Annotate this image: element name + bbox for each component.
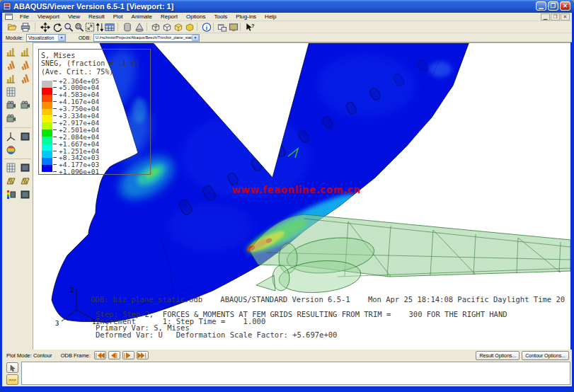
abaqus-viewer-window: ABAQUS/Viewer Version 6.5-1 [Viewport: 1…	[0, 0, 574, 392]
plot-xy-button[interactable]	[18, 72, 32, 84]
state-line: Deformed Var: U Deformation Scale Factor…	[96, 332, 507, 339]
plot-material-orientation-button[interactable]	[4, 72, 18, 84]
color-code-tool-button[interactable]	[4, 144, 18, 156]
legend-swatch	[42, 81, 52, 88]
query-cursor-button[interactable]	[6, 362, 18, 373]
command-line-button[interactable]: >>>	[6, 374, 18, 385]
legend-swatch	[42, 116, 52, 123]
odb-title-line: ODB: biz_plane_static.odb ABAQUS/STANDAR…	[91, 295, 565, 304]
toolbar-separator	[117, 23, 118, 31]
beam-profiles-icon[interactable]	[121, 22, 134, 33]
menu-animate[interactable]: Animate	[127, 13, 156, 21]
animate-scale-factor-button[interactable]	[18, 99, 32, 111]
mouse-pointer-icon	[9, 364, 16, 371]
mdi-restore-button[interactable]: ❐	[551, 13, 560, 21]
window-title: ABAQUS/Viewer Version 6.5-1 [Viewport: 1…	[13, 2, 173, 11]
svg-text:?: ?	[251, 23, 255, 29]
plot-symbols-button[interactable]	[18, 59, 32, 71]
legend-title-line: SNEG, (fraction = -1.0)	[41, 59, 139, 67]
plot-deformed-button[interactable]	[18, 45, 32, 57]
maximize-button[interactable]: ❐	[548, 1, 558, 11]
path-tool-button[interactable]	[4, 175, 18, 187]
module-label: Module:	[6, 35, 23, 40]
next-frame-button[interactable]	[122, 351, 134, 359]
object-display-tool-button[interactable]	[18, 161, 32, 173]
menu-viewport[interactable]: Viewport	[33, 13, 64, 21]
print-icon[interactable]	[19, 22, 32, 33]
viewport-canvas[interactable]: 2 3 1 S, MisesSNEG, (fraction = -1.0)(Av…	[33, 42, 570, 350]
menu-view[interactable]: View	[64, 13, 84, 21]
query-info-icon[interactable]: i	[200, 22, 213, 33]
last-frame-button[interactable]	[137, 351, 149, 359]
toolbar-separator	[240, 23, 241, 31]
toolbar-separator	[213, 23, 214, 31]
animate-harmonic-button[interactable]	[4, 113, 18, 125]
viewport-grid-tool-button[interactable]	[4, 161, 18, 173]
open-odb-icon[interactable]	[6, 22, 18, 33]
legend-swatch	[42, 137, 52, 144]
field-output-table-button[interactable]	[4, 86, 18, 98]
message-text-box[interactable]	[21, 362, 570, 385]
animate-time-history-button[interactable]	[4, 99, 18, 111]
menu-options[interactable]: Options	[182, 13, 210, 21]
menu-plugins[interactable]: Plug-ins	[231, 13, 260, 21]
main-toolbar: i?	[2, 21, 572, 33]
menu-file[interactable]: File	[16, 13, 33, 21]
legend-swatch	[42, 88, 52, 95]
prompt-bar: Plot Mode: Contour ODB Frame: Result Opt…	[2, 350, 572, 361]
context-bar: Module: Visualization ▼ ODB: U:/rschmitz…	[2, 33, 572, 42]
legend-swatch	[42, 102, 52, 109]
menu-bar: FileViewportViewResultPlotAnimateReportO…	[2, 13, 572, 21]
odb-frame-label: ODB Frame:	[61, 352, 91, 359]
options-box-tool-button[interactable]	[18, 188, 32, 200]
display-groups-tool-button[interactable]	[18, 130, 32, 142]
toolbar-separator	[35, 23, 35, 31]
mdi-close-button[interactable]: ✕	[561, 13, 570, 21]
odb-combo[interactable]: U:/rschmitz/Projects/Abaqus/Beech/Trim/b…	[93, 34, 200, 42]
legend-swatch	[42, 144, 52, 151]
odb-combo-value: U:/rschmitz/Projects/Abaqus/Beech/Trim/b…	[94, 35, 192, 40]
state-block: Step: Step-2, FORCES & MOMENTS AT FEM GR…	[96, 311, 507, 339]
previous-frame-button[interactable]	[108, 351, 120, 359]
spectrum-tool-button[interactable]	[4, 188, 18, 200]
result-options-button[interactable]: Result Options...	[476, 351, 520, 360]
plot-contour-button[interactable]	[4, 59, 18, 71]
legend-swatch	[42, 109, 52, 116]
menu-plot[interactable]: Plot	[109, 13, 127, 21]
toolbox-separator	[4, 127, 31, 128]
menu-result[interactable]: Result	[84, 13, 109, 21]
views-toolbox-icon[interactable]	[103, 22, 116, 33]
legend-swatch	[42, 129, 52, 137]
plot-mode-label: Plot Mode: Contour	[6, 352, 52, 359]
chevron-down-icon[interactable]: ▼	[58, 35, 65, 41]
viewport-document-icon	[5, 13, 13, 21]
menu-report[interactable]: Report	[156, 13, 182, 21]
section-cones-icon[interactable]	[133, 22, 146, 33]
close-button[interactable]: ✕	[560, 1, 570, 11]
legend-value: +1.096e+01	[53, 168, 99, 175]
first-frame-button[interactable]	[94, 351, 106, 359]
menu-tools[interactable]: Tools	[210, 13, 232, 21]
mdi-minimize-button[interactable]: ▁	[541, 13, 550, 21]
pan-view-icon[interactable]	[39, 22, 52, 33]
toolbox-separator	[4, 158, 31, 159]
svg-text:2: 2	[70, 287, 74, 294]
legend-swatch	[42, 122, 52, 129]
menu-help[interactable]: Help	[260, 13, 280, 21]
legend-swatch	[42, 95, 52, 102]
filled-render-icon[interactable]	[183, 22, 196, 33]
stream-map-tool-button[interactable]	[18, 175, 32, 187]
module-combo-value: Visualization	[27, 35, 58, 40]
minimize-button[interactable]: ▁	[536, 1, 546, 11]
chevron-down-icon[interactable]: ▼	[192, 35, 199, 41]
green-wing-model	[249, 214, 570, 296]
title-bar[interactable]: ABAQUS/Viewer Version 6.5-1 [Viewport: 1…	[0, 0, 574, 13]
view-triad-tool-button[interactable]	[4, 130, 18, 142]
plot-undeformed-button[interactable]	[4, 45, 18, 57]
context-help-icon[interactable]: ?	[243, 22, 256, 33]
toolbar-separator	[147, 23, 147, 31]
contour-options-button[interactable]: Contour Options...	[522, 351, 569, 360]
module-combo[interactable]: Visualization ▼	[26, 34, 66, 42]
legend-swatch	[42, 158, 52, 165]
render-monitor-icon[interactable]	[227, 22, 240, 33]
